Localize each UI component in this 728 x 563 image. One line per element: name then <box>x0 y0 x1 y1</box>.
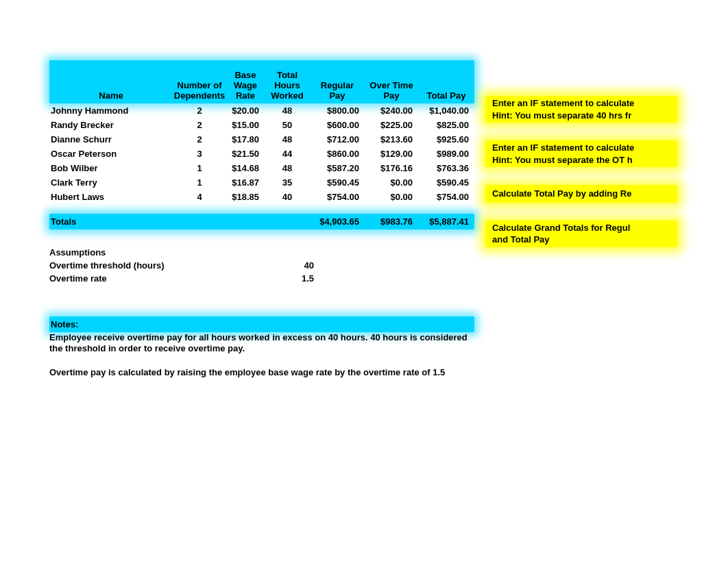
totals-total: $5,887.41 <box>418 216 474 227</box>
cell-overtime: $176.16 <box>365 163 418 173</box>
cell-hours: 50 <box>265 120 310 130</box>
cell-name: Oscar Peterson <box>49 149 173 159</box>
cell-overtime: $225.00 <box>365 120 418 130</box>
totals-row: Totals $4,903.65 $983.76 $5,887.41 <box>49 214 474 229</box>
cell-regular: $712.00 <box>310 134 365 145</box>
notes-line-2: Overtime pay is calculated by raising th… <box>49 367 474 378</box>
table-row: Randy Brecker2$15.0050$600.00$225.00$825… <box>49 118 474 132</box>
cell-regular: $800.00 <box>310 105 365 116</box>
cell-rate: $20.00 <box>226 105 265 116</box>
cell-name: Bob Wilber <box>49 163 173 173</box>
assumptions-title: Assumptions <box>49 247 255 258</box>
cell-dependents: 1 <box>173 163 226 173</box>
cell-name: Dianne Schurr <box>49 134 173 145</box>
header-dependents: Number of Dependents <box>173 80 226 101</box>
cell-regular: $754.00 <box>310 192 365 202</box>
cell-name: Randy Brecker <box>49 120 173 130</box>
cell-hours: 48 <box>265 134 310 145</box>
payroll-sheet: Name Number of Dependents Base Wage Rate… <box>49 60 474 378</box>
cell-rate: $14.68 <box>226 163 265 173</box>
cell-overtime: $213.60 <box>365 134 418 145</box>
overtime-rate-label: Overtime rate <box>49 273 255 284</box>
cell-rate: $15.00 <box>226 120 265 130</box>
cell-total: $925.60 <box>418 134 474 145</box>
cell-dependents: 2 <box>173 105 226 116</box>
table-header: Name Number of Dependents Base Wage Rate… <box>49 60 474 103</box>
threshold-value: 40 <box>255 260 314 271</box>
cell-dependents: 3 <box>173 149 226 159</box>
notes-title: Notes: <box>49 316 474 332</box>
cell-rate: $16.87 <box>226 177 265 188</box>
cell-total: $754.00 <box>418 192 474 202</box>
cell-overtime: $0.00 <box>365 177 418 188</box>
table-row: Clark Terry1$16.8735$590.45$0.00$590.45 <box>49 175 474 190</box>
hint-grand-totals: Calculate Grand Totals for Regul and Tot… <box>485 221 677 247</box>
cell-total: $825.00 <box>418 120 474 130</box>
cell-total: $763.36 <box>418 163 474 173</box>
cell-hours: 48 <box>265 105 310 116</box>
cell-regular: $600.00 <box>310 120 365 130</box>
header-name: Name <box>49 90 173 101</box>
cell-hours: 35 <box>265 177 310 188</box>
header-overtime: Over Time Pay <box>365 80 418 101</box>
cell-dependents: 2 <box>173 134 226 145</box>
cell-regular: $860.00 <box>310 149 365 159</box>
table-row: Bob Wilber1$14.6848$587.20$176.16$763.36 <box>49 161 474 175</box>
table-row: Hubert Laws4$18.8540$754.00$0.00$754.00 <box>49 190 474 204</box>
header-hours: Total Hours Worked <box>265 70 310 101</box>
cell-rate: $21.50 <box>226 149 265 159</box>
notes-line-1: Employee receive overtime pay for all ho… <box>49 332 474 355</box>
cell-name: Johnny Hammond <box>49 105 173 116</box>
cell-dependents: 2 <box>173 120 226 130</box>
cell-overtime: $0.00 <box>365 192 418 202</box>
cell-hours: 48 <box>265 163 310 173</box>
table-body: Johnny Hammond2$20.0048$800.00$240.00$1,… <box>49 103 474 204</box>
table-row: Johnny Hammond2$20.0048$800.00$240.00$1,… <box>49 103 474 118</box>
totals-label: Totals <box>49 216 173 227</box>
cell-overtime: $129.00 <box>365 149 418 159</box>
hints-panel: Enter an IF statement to calculate Hint:… <box>485 96 677 265</box>
cell-total: $989.00 <box>418 149 474 159</box>
hint-overtime-pay: Enter an IF statement to calculate Hint:… <box>485 140 677 167</box>
cell-total: $1,040.00 <box>418 105 474 116</box>
cell-name: Hubert Laws <box>49 192 173 202</box>
notes-block: Notes: Employee receive overtime pay for… <box>49 316 474 378</box>
cell-hours: 40 <box>265 192 310 202</box>
cell-hours: 44 <box>265 149 310 159</box>
cell-overtime: $240.00 <box>365 105 418 116</box>
header-regular: Regular Pay <box>310 80 365 101</box>
hint-regular-pay: Enter an IF statement to calculate Hint:… <box>485 96 677 123</box>
totals-overtime: $983.76 <box>365 216 418 227</box>
table-row: Dianne Schurr2$17.8048$712.00$213.60$925… <box>49 132 474 147</box>
hint-total-pay: Calculate Total Pay by adding Re <box>485 185 677 203</box>
header-rate: Base Wage Rate <box>226 70 265 101</box>
cell-regular: $587.20 <box>310 163 365 173</box>
cell-rate: $17.80 <box>226 134 265 145</box>
table-row: Oscar Peterson3$21.5044$860.00$129.00$98… <box>49 147 474 161</box>
cell-dependents: 1 <box>173 177 226 188</box>
header-total: Total Pay <box>418 90 474 101</box>
overtime-rate-value: 1.5 <box>255 273 314 284</box>
cell-regular: $590.45 <box>310 177 365 188</box>
totals-regular: $4,903.65 <box>310 216 365 227</box>
cell-rate: $18.85 <box>226 192 265 202</box>
cell-dependents: 4 <box>173 192 226 202</box>
assumptions-block: Assumptions Overtime threshold (hours) 4… <box>49 246 474 285</box>
cell-name: Clark Terry <box>49 177 173 188</box>
threshold-label: Overtime threshold (hours) <box>49 260 255 271</box>
cell-total: $590.45 <box>418 177 474 188</box>
